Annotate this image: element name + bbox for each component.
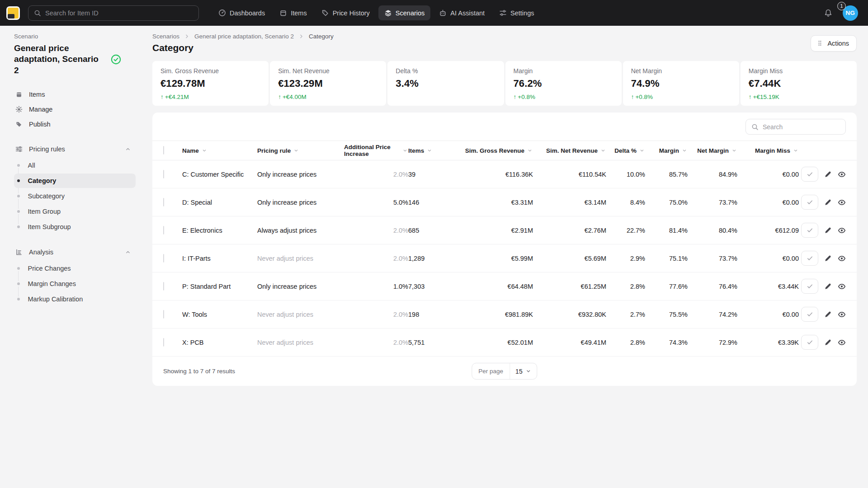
approve-button[interactable]	[801, 279, 818, 294]
edit-pencil-icon[interactable]	[824, 310, 832, 318]
breadcrumb-scenarios[interactable]: Scenarios	[152, 33, 179, 40]
chevron-down-icon	[600, 147, 606, 154]
kpi-value: 74.9%	[631, 78, 731, 89]
actions-button[interactable]: Actions	[811, 35, 857, 52]
view-eye-icon[interactable]	[838, 338, 846, 347]
sidebar-item-items[interactable]: Items	[14, 88, 136, 101]
analysis-group-header[interactable]: Analysis	[14, 246, 136, 258]
row-checkbox[interactable]	[163, 254, 164, 263]
view-eye-icon[interactable]	[838, 170, 846, 178]
nav-scenarios[interactable]: Scenarios	[378, 5, 430, 20]
nav-settings[interactable]: Settings	[493, 5, 540, 20]
cell-additional-price-increase: 2.0%	[341, 311, 408, 318]
cell-sim-gross-revenue: €3.31M	[455, 199, 533, 206]
box-icon	[15, 91, 23, 98]
cell-margin: 81.4%	[645, 227, 688, 234]
cell-items: 198	[408, 311, 455, 318]
cell-pricing-rule: Only increase prices	[257, 199, 341, 206]
column-header-net-margin[interactable]: Net Margin	[688, 147, 737, 154]
sidebar-item-subcategory[interactable]: Subcategory	[14, 189, 136, 203]
row-checkbox[interactable]	[163, 338, 164, 347]
approve-button[interactable]	[801, 335, 818, 350]
edit-pencil-icon[interactable]	[824, 254, 832, 262]
chevron-down-icon	[639, 147, 645, 154]
global-item-search[interactable]	[28, 5, 199, 21]
row-checkbox[interactable]	[163, 282, 164, 291]
sidebar-item-price-changes[interactable]: Price Changes	[14, 261, 136, 276]
nav-ai-assistant[interactable]: AI Assistant	[433, 5, 491, 20]
sidebar-item-item-subgroup[interactable]: Item Subgroup	[14, 220, 136, 234]
row-checkbox[interactable]	[163, 170, 164, 178]
tag-icon	[321, 9, 329, 17]
kpi-delta: ↑+€4.00M	[278, 94, 378, 100]
sidebar-item-category[interactable]: Category	[14, 174, 136, 188]
select-all-checkbox[interactable]	[163, 146, 164, 155]
edit-pencil-icon[interactable]	[824, 282, 832, 290]
view-eye-icon[interactable]	[838, 254, 846, 263]
table-row: W: ToolsNever adjust prices2.0%198€981.8…	[152, 300, 857, 328]
bullet-dot	[17, 225, 20, 228]
kpi-row: Sim. Gross Revenue €129.78M ↑+€4.21M Sim…	[152, 61, 857, 106]
nav-price-history[interactable]: Price History	[316, 5, 376, 20]
cell-sim-net-revenue: €110.54K	[533, 171, 606, 178]
table-search-input[interactable]	[763, 123, 840, 131]
sidebar-item-manage[interactable]: Manage	[14, 103, 136, 116]
notification-count-badge: 1	[837, 2, 846, 10]
column-header-pricing-rule[interactable]: Pricing rule	[257, 147, 341, 154]
sidebar-item-margin-changes[interactable]: Margin Changes	[14, 277, 136, 291]
bullet-dot	[17, 195, 20, 197]
view-eye-icon[interactable]	[838, 310, 846, 319]
column-header-name[interactable]: Name	[182, 147, 257, 154]
edit-pencil-icon[interactable]	[824, 170, 832, 178]
column-header-items[interactable]: Items	[408, 147, 455, 154]
per-page-control: Per page 15	[472, 363, 537, 380]
view-eye-icon[interactable]	[838, 282, 846, 291]
row-checkbox[interactable]	[163, 310, 164, 319]
column-header-sim-net-revenue[interactable]: Sim. Net Revenue	[533, 147, 606, 154]
chevron-up-icon	[125, 249, 131, 255]
view-eye-icon[interactable]	[838, 198, 846, 206]
breadcrumb-current: Category	[309, 33, 334, 40]
pricing-rules-group-header[interactable]: Pricing rules	[14, 143, 136, 155]
sidebar-item-markup-calibration[interactable]: Markup Calibration	[14, 292, 136, 306]
user-menu[interactable]: 1 NG	[843, 5, 858, 21]
row-checkbox[interactable]	[163, 226, 164, 235]
approve-button[interactable]	[801, 167, 818, 182]
column-header-margin[interactable]: Margin	[645, 147, 688, 154]
sidebar-item-publish[interactable]: Publish	[14, 117, 136, 131]
table-row: P: Standard PartOnly increase prices1.0%…	[152, 272, 857, 300]
approve-button[interactable]	[801, 195, 818, 210]
cell-sim-net-revenue: €3.14M	[533, 199, 606, 206]
table-search[interactable]	[745, 119, 846, 135]
cell-name: X: PCB	[182, 339, 257, 346]
approve-button[interactable]	[801, 251, 818, 266]
per-page-select[interactable]: 15	[510, 363, 537, 379]
sidebar-item-all[interactable]: All	[14, 158, 136, 173]
view-eye-icon[interactable]	[838, 226, 846, 235]
notifications-bell-icon[interactable]	[824, 9, 833, 18]
chevron-right-icon	[298, 33, 304, 39]
nav-items[interactable]: Items	[274, 5, 312, 20]
nav-dashboards[interactable]: Dashboards	[212, 5, 271, 20]
bullet-dot	[17, 282, 20, 285]
cell-name: E: Electronics	[182, 227, 257, 234]
row-checkbox[interactable]	[163, 198, 164, 206]
approve-button[interactable]	[801, 307, 818, 322]
column-header-sim-gross-revenue[interactable]: Sim. Gross Revenue	[455, 147, 533, 154]
edit-pencil-icon[interactable]	[824, 226, 832, 234]
check-icon	[807, 255, 813, 262]
chevron-down-icon	[731, 147, 737, 154]
cell-pricing-rule: Never adjust prices	[257, 311, 341, 318]
sidebar-item-item-group[interactable]: Item Group	[14, 204, 136, 219]
app-logo[interactable]	[6, 6, 20, 20]
search-input[interactable]	[45, 9, 193, 17]
cell-net-margin: 76.4%	[688, 283, 737, 290]
kpi-value: 3.4%	[396, 78, 495, 89]
column-header-margin-miss[interactable]: Margin Miss	[737, 147, 799, 154]
column-header-delta[interactable]: Delta %	[606, 147, 645, 154]
edit-pencil-icon[interactable]	[824, 198, 832, 206]
edit-pencil-icon[interactable]	[824, 338, 832, 346]
approve-button[interactable]	[801, 223, 818, 238]
breadcrumb-scenario-name[interactable]: General price adaptation, Scenario 2	[194, 33, 294, 40]
column-header-additional-price-increase[interactable]: Additional Price Increase	[341, 144, 408, 157]
